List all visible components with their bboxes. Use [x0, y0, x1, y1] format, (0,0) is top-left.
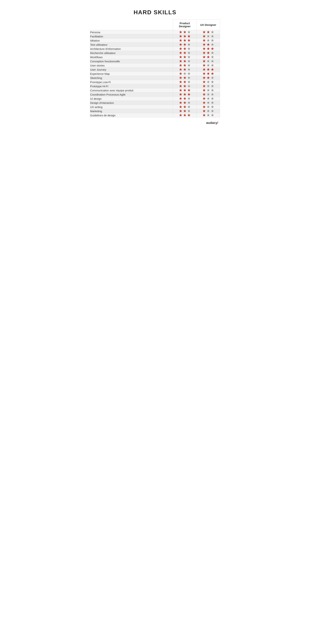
star-filled: ★: [183, 84, 186, 88]
star-filled: ★: [179, 55, 182, 59]
star-filled: ★: [183, 42, 186, 46]
star-filled: ★: [202, 51, 206, 55]
brand-text: audacy: [206, 121, 217, 124]
star-empty: ★: [211, 34, 214, 38]
star-filled: ★: [202, 113, 206, 117]
rating-product-designer: ★★★: [173, 92, 196, 96]
rating-product-designer: ★★★: [173, 68, 196, 72]
star-empty: ★: [187, 68, 191, 72]
star-empty: ★: [206, 92, 210, 96]
table-row: Workflows★★★★★★: [90, 55, 220, 59]
skill-name: UX writing: [90, 105, 173, 109]
skill-name: Test utilisateur: [90, 42, 173, 47]
rating-product-designer: ★★★: [173, 59, 196, 64]
star-empty: ★: [206, 101, 210, 105]
rating-product-designer: ★★★: [173, 38, 196, 42]
table-row: Persona★★★★★★: [90, 30, 220, 34]
star-empty: ★: [211, 101, 214, 105]
star-filled: ★: [179, 59, 182, 63]
rating-product-designer: ★★★: [173, 113, 196, 118]
star-filled: ★: [179, 96, 182, 100]
rating-ux-designer: ★★★: [196, 34, 220, 38]
table-row: Experience Map★★★★★★: [90, 72, 220, 76]
rating-product-designer: ★★★: [173, 72, 196, 76]
star-filled: ★: [183, 96, 186, 100]
star-empty: ★: [187, 80, 191, 84]
brand-slash: /: [217, 121, 218, 124]
table-row: Communication avec équipe produit★★★★★★: [90, 88, 220, 92]
rating-product-designer: ★★★: [173, 76, 196, 80]
table-row: Design d'interaction★★★★★★: [90, 101, 220, 105]
star-filled: ★: [202, 64, 206, 67]
table-row: Prorotype Low-Fi★★★★★★: [90, 80, 220, 84]
star-empty: ★: [211, 84, 214, 88]
star-filled: ★: [202, 34, 206, 38]
star-empty: ★: [183, 72, 186, 76]
skills-table: ProductDesigner UX Designer Persona★★★★★…: [90, 19, 220, 118]
star-filled: ★: [179, 88, 182, 92]
table-row: Coordination Processus Agile★★★★★★: [90, 92, 220, 96]
star-filled: ★: [202, 59, 206, 63]
rating-product-designer: ★★★: [173, 88, 196, 92]
star-empty: ★: [211, 64, 214, 67]
star-filled: ★: [202, 38, 206, 42]
star-empty: ★: [187, 59, 191, 63]
star-empty: ★: [211, 113, 214, 117]
rating-ux-designer: ★★★: [196, 51, 220, 55]
skill-name: Conception fonctionnelle: [90, 59, 173, 64]
star-empty: ★: [206, 113, 210, 117]
star-empty: ★: [211, 105, 214, 109]
star-filled: ★: [187, 113, 191, 117]
skill-name: Idéation: [90, 38, 173, 42]
rating-product-designer: ★★★: [173, 42, 196, 47]
table-row: UI design★★★★★★: [90, 96, 220, 101]
star-filled: ★: [179, 64, 182, 67]
header-ux-designer: UX Designer: [196, 20, 220, 30]
star-filled: ★: [179, 38, 182, 42]
skill-name: Design d'interaction: [90, 101, 173, 105]
rating-ux-designer: ★★★: [196, 84, 220, 88]
star-filled: ★: [183, 59, 186, 63]
table-row: Recherche utilisateur★★★★★★: [90, 51, 220, 55]
star-filled: ★: [202, 88, 206, 92]
star-filled: ★: [202, 47, 206, 51]
star-filled: ★: [202, 68, 206, 72]
star-empty: ★: [187, 105, 191, 109]
star-filled: ★: [211, 47, 214, 51]
rating-product-designer: ★★★: [173, 84, 196, 88]
star-empty: ★: [211, 30, 214, 34]
rating-product-designer: ★★★: [173, 47, 196, 51]
star-filled: ★: [202, 84, 206, 88]
star-filled: ★: [183, 92, 186, 96]
skill-name: Persona: [90, 30, 173, 34]
star-filled: ★: [211, 68, 214, 72]
star-filled: ★: [206, 42, 210, 46]
star-filled: ★: [183, 105, 186, 109]
table-row: Guidelines de design★★★★★★: [90, 113, 220, 118]
star-filled: ★: [187, 38, 191, 42]
header-empty: [90, 20, 173, 30]
star-empty: ★: [211, 38, 214, 42]
star-empty: ★: [187, 109, 191, 113]
star-filled: ★: [202, 109, 206, 113]
star-empty: ★: [187, 64, 191, 67]
star-filled: ★: [187, 88, 191, 92]
star-filled: ★: [179, 109, 182, 113]
star-empty: ★: [206, 88, 210, 92]
star-filled: ★: [202, 92, 206, 96]
table-row: Marketing★★★★★★: [90, 109, 220, 113]
star-empty: ★: [187, 84, 191, 88]
star-filled: ★: [202, 76, 206, 80]
skill-name: Prototype Hi-Fi: [90, 84, 173, 88]
rating-ux-designer: ★★★: [196, 59, 220, 64]
rating-product-designer: ★★★: [173, 109, 196, 113]
skill-name: Workflows: [90, 55, 173, 59]
star-filled: ★: [206, 68, 210, 72]
star-empty: ★: [211, 51, 214, 55]
star-empty: ★: [187, 101, 191, 105]
star-filled: ★: [206, 30, 210, 34]
star-empty: ★: [187, 55, 191, 59]
star-filled: ★: [202, 30, 206, 34]
star-filled: ★: [183, 88, 186, 92]
rating-ux-designer: ★★★: [196, 30, 220, 34]
